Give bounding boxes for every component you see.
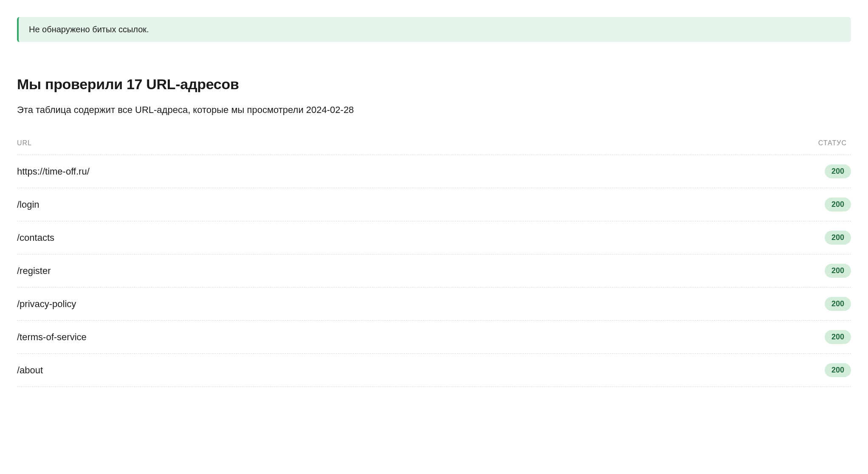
status-badge: 200 <box>825 231 851 245</box>
url-cell: /login <box>17 199 39 210</box>
table-header: URL СТАТУС <box>17 139 851 155</box>
table-row: /login200 <box>17 188 851 221</box>
status-badge: 200 <box>825 264 851 278</box>
url-cell: /register <box>17 265 51 276</box>
table-row: /about200 <box>17 354 851 387</box>
page-heading: Мы проверили 17 URL-адресов <box>17 76 851 93</box>
th-url: URL <box>17 139 32 147</box>
table-row: /contacts200 <box>17 221 851 254</box>
url-table: URL СТАТУС https://time-off.ru/200/login… <box>17 139 851 387</box>
url-cell: https://time-off.ru/ <box>17 166 90 177</box>
status-badge: 200 <box>825 330 851 344</box>
url-cell: /terms-of-service <box>17 332 87 343</box>
page-subheading: Эта таблица содержит все URL-адреса, кот… <box>17 104 851 116</box>
url-cell: /contacts <box>17 232 54 243</box>
status-badge: 200 <box>825 363 851 377</box>
url-cell: /privacy-policy <box>17 299 76 310</box>
status-badge: 200 <box>825 198 851 212</box>
table-row: /privacy-policy200 <box>17 288 851 321</box>
th-status: СТАТУС <box>818 139 851 147</box>
status-badge: 200 <box>825 297 851 311</box>
success-alert: Не обнаружено битых ссылок. <box>17 17 851 42</box>
alert-message: Не обнаружено битых ссылок. <box>29 25 149 34</box>
url-cell: /about <box>17 365 43 376</box>
table-row: https://time-off.ru/200 <box>17 155 851 188</box>
table-row: /terms-of-service200 <box>17 321 851 354</box>
table-row: /register200 <box>17 254 851 288</box>
status-badge: 200 <box>825 164 851 178</box>
